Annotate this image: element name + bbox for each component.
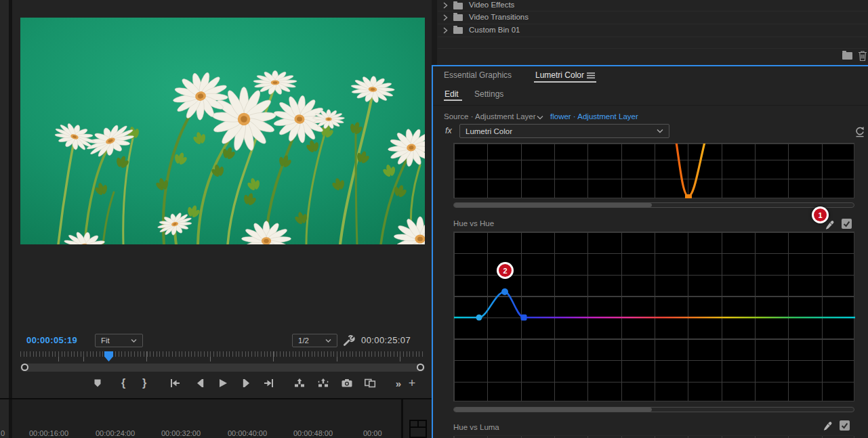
- playback-resolution-select[interactable]: 1/2: [292, 334, 337, 347]
- bin-folder-icon: [453, 27, 463, 34]
- monitor-scroll-bar[interactable]: [20, 364, 425, 372]
- chevron-right-icon[interactable]: [442, 26, 449, 35]
- timeline-ruler[interactable]: 0 00:00:16:00 00:00:24:00 00:00:32:00 00…: [0, 429, 386, 438]
- track-corner-vline: [417, 421, 419, 426]
- comparison-view-button[interactable]: [363, 376, 377, 391]
- effect-selector-value: Lumetri Color: [466, 127, 512, 135]
- hue-vs-luma-enabled-checkbox[interactable]: [840, 420, 850, 431]
- extract-button[interactable]: [316, 376, 331, 391]
- effects-row-custom-bin-01[interactable]: Custom Bin 01: [437, 24, 868, 37]
- timeline-ruler-label: 00:00: [363, 429, 382, 437]
- curve-point[interactable]: [685, 194, 692, 198]
- timeline-ruler-label: 00:00:48:00: [293, 429, 333, 437]
- fx-badge: fx: [445, 126, 452, 135]
- lift-button[interactable]: [292, 376, 307, 391]
- track-corner-hline: [411, 426, 426, 428]
- bin-folder-icon: [453, 14, 463, 21]
- curve-point[interactable]: [476, 315, 482, 321]
- timeline-ruler-label: 00:00:32:00: [161, 429, 201, 437]
- clip-link[interactable]: flower · Adjustment Layer: [550, 112, 638, 121]
- settings-wrench-icon[interactable]: [342, 334, 355, 347]
- add-marker-button[interactable]: [90, 376, 105, 391]
- monitor-time-ruler[interactable]: [20, 351, 425, 362]
- lumetri-focus-border-top: [432, 65, 868, 66]
- effects-row-video-transitions[interactable]: Video Transitions: [437, 12, 868, 24]
- active-tab-underline: [534, 81, 596, 83]
- scrollbar-thumb[interactable]: [454, 408, 652, 412]
- header-divider: [433, 105, 868, 106]
- scroll-handle-right[interactable]: [417, 364, 424, 371]
- mark-in-button[interactable]: {: [116, 376, 131, 391]
- checkmark-icon: [842, 219, 851, 228]
- panel-menu-icon[interactable]: [587, 72, 595, 79]
- source-label: Source · Adjustment Layer: [444, 112, 536, 121]
- timeline-track-corner-icon: [409, 420, 427, 438]
- curve-point-selected[interactable]: [521, 315, 527, 321]
- section-hue-vs-luma-label: Hue vs Luma: [453, 423, 499, 431]
- timeline-ruler-label: 00:00:24:00: [96, 429, 135, 437]
- zoom-level-value: Fit: [101, 336, 110, 345]
- subtab-settings[interactable]: Settings: [474, 89, 503, 99]
- effects-row-label: Custom Bin 01: [469, 26, 520, 34]
- timeline-top-divider[interactable]: [0, 398, 432, 399]
- effects-list-bottom-border: [438, 48, 867, 49]
- scrollbar-thumb[interactable]: [454, 203, 652, 207]
- zoom-level-select[interactable]: Fit: [95, 334, 143, 347]
- effects-row-label: Video Transitions: [469, 13, 529, 21]
- premiere-workspace: 00:00:05:19 Fit 1/2 00:00:25:07 { }: [0, 0, 868, 438]
- checkmark-icon: [840, 421, 849, 430]
- annotation-badge-1: 1: [812, 206, 829, 223]
- hue-vs-sat-curve[interactable]: [454, 144, 855, 199]
- hue-vs-hue-enabled-checkbox[interactable]: [842, 219, 852, 229]
- bin-folder-icon: [453, 3, 463, 9]
- trash-icon[interactable]: [858, 50, 867, 64]
- step-back-button[interactable]: [192, 376, 207, 391]
- effects-row-separator: [438, 37, 867, 37]
- timeline-ruler-label: 00:00:40:00: [228, 429, 267, 437]
- go-to-out-button[interactable]: [262, 376, 276, 391]
- tab-essential-graphics[interactable]: Essential Graphics: [444, 70, 512, 80]
- tab-lumetri-color[interactable]: Lumetri Color: [535, 70, 584, 80]
- hue-vs-hue-graph[interactable]: [453, 232, 854, 401]
- effects-row-label: Video Effects: [469, 1, 514, 9]
- timeline-ruler-label: 00:00:16:00: [29, 429, 68, 437]
- effects-row-video-effects[interactable]: Video Effects: [437, 0, 868, 11]
- chevron-down-icon: [657, 129, 663, 133]
- annotation-badge-2: 2: [497, 262, 514, 279]
- scroll-handle-left[interactable]: [21, 364, 28, 371]
- left-panel-edge: [0, 0, 9, 438]
- hue-vs-sat-graph[interactable]: [453, 143, 854, 198]
- duration-timecode: 00:00:25:07: [361, 335, 411, 345]
- more-buttons-chevron[interactable]: »: [391, 376, 406, 391]
- effect-selector[interactable]: Lumetri Color: [459, 124, 669, 138]
- chevron-right-icon[interactable]: [442, 14, 449, 22]
- step-forward-button[interactable]: [239, 376, 254, 391]
- chevron-down-icon[interactable]: [537, 115, 543, 120]
- reset-effect-icon[interactable]: [854, 126, 865, 140]
- chevron-right-icon[interactable]: [442, 1, 449, 9]
- program-monitor-video-preview: [20, 18, 425, 244]
- chevron-down-icon: [325, 338, 331, 343]
- hue-vs-sat-scrollbar[interactable]: [453, 202, 854, 208]
- hue-vs-hue-curve[interactable]: [454, 232, 855, 402]
- subtab-edit[interactable]: Edit: [445, 89, 459, 99]
- curve-point[interactable]: [501, 288, 508, 295]
- section-hue-vs-hue-label: Hue vs Hue: [453, 219, 494, 227]
- go-to-in-button[interactable]: [167, 376, 182, 391]
- hue-vs-luma-eyedropper-icon[interactable]: [822, 420, 833, 435]
- lumetri-focus-border-left: [432, 65, 433, 438]
- playback-resolution-value: 1/2: [298, 336, 309, 345]
- timeline-ruler-label: 0: [1, 429, 5, 437]
- mark-out-button[interactable]: }: [137, 376, 152, 391]
- new-bin-icon[interactable]: [842, 52, 852, 60]
- button-editor-add-button[interactable]: +: [405, 376, 419, 391]
- timeline-vertical-divider[interactable]: [401, 399, 403, 438]
- active-subtab-underline: [444, 100, 462, 101]
- current-timecode[interactable]: 00:00:05:19: [26, 335, 77, 345]
- play-button[interactable]: [215, 376, 230, 391]
- effects-panel-gap: [432, 0, 437, 65]
- ruler-minor-ticks: [20, 351, 425, 357]
- export-frame-button[interactable]: [339, 376, 354, 391]
- hue-vs-hue-scrollbar[interactable]: [453, 407, 854, 412]
- chevron-down-icon: [131, 338, 137, 343]
